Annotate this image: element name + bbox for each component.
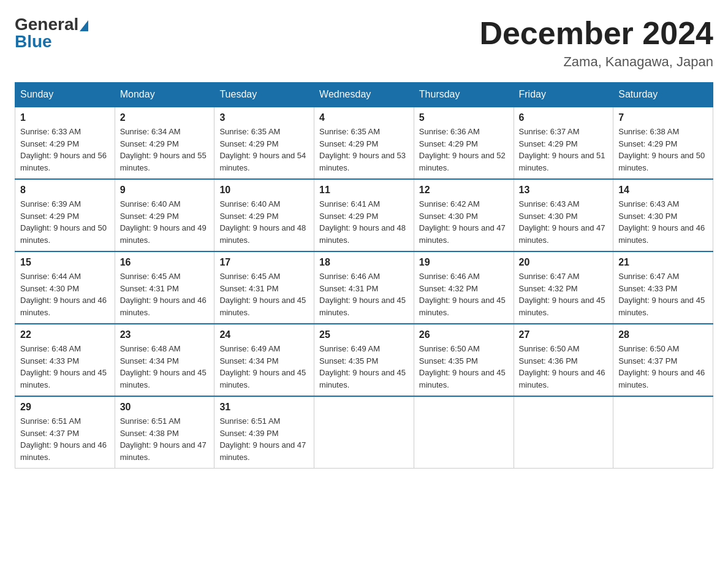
- calendar-cell: 21Sunrise: 6:47 AMSunset: 4:33 PMDayligh…: [613, 251, 713, 324]
- day-number: 6: [519, 112, 609, 123]
- day-info: Sunrise: 6:42 AMSunset: 4:30 PMDaylight:…: [419, 198, 509, 246]
- calendar-cell: 28Sunrise: 6:50 AMSunset: 4:37 PMDayligh…: [613, 324, 713, 396]
- calendar-cell: 18Sunrise: 6:46 AMSunset: 4:31 PMDayligh…: [314, 251, 414, 324]
- day-info: Sunrise: 6:36 AMSunset: 4:29 PMDaylight:…: [419, 126, 509, 174]
- day-number: 1: [20, 112, 110, 123]
- header-saturday: Saturday: [613, 83, 713, 107]
- day-info: Sunrise: 6:48 AMSunset: 4:33 PMDaylight:…: [20, 343, 110, 391]
- day-number: 21: [618, 257, 708, 268]
- title-block: December 2024 Zama, Kanagawa, Japan: [479, 15, 713, 70]
- calendar-cell: 15Sunrise: 6:44 AMSunset: 4:30 PMDayligh…: [15, 251, 115, 324]
- page-header: General Blue December 2024 Zama, Kanagaw…: [15, 15, 713, 70]
- calendar-cell: 14Sunrise: 6:43 AMSunset: 4:30 PMDayligh…: [613, 179, 713, 251]
- calendar-cell: [414, 396, 514, 469]
- calendar-cell: 17Sunrise: 6:45 AMSunset: 4:31 PMDayligh…: [214, 251, 314, 324]
- calendar-week-row: 29Sunrise: 6:51 AMSunset: 4:37 PMDayligh…: [15, 396, 713, 469]
- day-info: Sunrise: 6:50 AMSunset: 4:36 PMDaylight:…: [519, 343, 609, 391]
- day-info: Sunrise: 6:39 AMSunset: 4:29 PMDaylight:…: [20, 198, 110, 246]
- day-info: Sunrise: 6:43 AMSunset: 4:30 PMDaylight:…: [618, 198, 708, 246]
- day-info: Sunrise: 6:41 AMSunset: 4:29 PMDaylight:…: [319, 198, 409, 246]
- day-info: Sunrise: 6:51 AMSunset: 4:37 PMDaylight:…: [20, 415, 110, 463]
- day-info: Sunrise: 6:45 AMSunset: 4:31 PMDaylight:…: [219, 270, 309, 318]
- calendar-cell: 12Sunrise: 6:42 AMSunset: 4:30 PMDayligh…: [414, 179, 514, 251]
- day-number: 11: [319, 185, 409, 196]
- day-number: 30: [120, 402, 210, 413]
- day-number: 2: [120, 112, 210, 123]
- day-number: 3: [219, 112, 309, 123]
- day-info: Sunrise: 6:40 AMSunset: 4:29 PMDaylight:…: [120, 198, 210, 246]
- day-info: Sunrise: 6:49 AMSunset: 4:35 PMDaylight:…: [319, 343, 409, 391]
- day-info: Sunrise: 6:51 AMSunset: 4:39 PMDaylight:…: [219, 415, 309, 463]
- calendar-cell: 6Sunrise: 6:37 AMSunset: 4:29 PMDaylight…: [514, 107, 613, 179]
- header-monday: Monday: [115, 83, 214, 107]
- day-number: 8: [20, 185, 110, 196]
- day-number: 26: [419, 329, 509, 340]
- calendar-week-row: 8Sunrise: 6:39 AMSunset: 4:29 PMDaylight…: [15, 179, 713, 251]
- calendar-cell: 10Sunrise: 6:40 AMSunset: 4:29 PMDayligh…: [214, 179, 314, 251]
- calendar-cell: 23Sunrise: 6:48 AMSunset: 4:34 PMDayligh…: [115, 324, 214, 396]
- day-info: Sunrise: 6:43 AMSunset: 4:30 PMDaylight:…: [519, 198, 609, 246]
- day-number: 22: [20, 329, 110, 340]
- day-info: Sunrise: 6:47 AMSunset: 4:33 PMDaylight:…: [618, 270, 708, 318]
- calendar-header-row: SundayMondayTuesdayWednesdayThursdayFrid…: [15, 83, 713, 107]
- calendar-cell: 7Sunrise: 6:38 AMSunset: 4:29 PMDaylight…: [613, 107, 713, 179]
- calendar-cell: 20Sunrise: 6:47 AMSunset: 4:32 PMDayligh…: [514, 251, 613, 324]
- calendar-cell: [613, 396, 713, 469]
- day-number: 29: [20, 402, 110, 413]
- day-info: Sunrise: 6:35 AMSunset: 4:29 PMDaylight:…: [219, 126, 309, 174]
- calendar-cell: 27Sunrise: 6:50 AMSunset: 4:36 PMDayligh…: [514, 324, 613, 396]
- calendar-cell: 19Sunrise: 6:46 AMSunset: 4:32 PMDayligh…: [414, 251, 514, 324]
- month-title: December 2024: [479, 15, 713, 52]
- day-info: Sunrise: 6:49 AMSunset: 4:34 PMDaylight:…: [219, 343, 309, 391]
- header-sunday: Sunday: [15, 83, 115, 107]
- header-wednesday: Wednesday: [314, 83, 414, 107]
- calendar-cell: [314, 396, 414, 469]
- day-number: 19: [419, 257, 509, 268]
- day-number: 7: [618, 112, 708, 123]
- calendar-cell: 5Sunrise: 6:36 AMSunset: 4:29 PMDaylight…: [414, 107, 514, 179]
- day-info: Sunrise: 6:50 AMSunset: 4:37 PMDaylight:…: [618, 343, 708, 391]
- logo-blue-text: Blue: [15, 32, 52, 52]
- day-info: Sunrise: 6:33 AMSunset: 4:29 PMDaylight:…: [20, 126, 110, 174]
- calendar-cell: 4Sunrise: 6:35 AMSunset: 4:29 PMDaylight…: [314, 107, 414, 179]
- calendar-cell: 8Sunrise: 6:39 AMSunset: 4:29 PMDaylight…: [15, 179, 115, 251]
- day-number: 25: [319, 329, 409, 340]
- day-number: 16: [120, 257, 210, 268]
- calendar-cell: 1Sunrise: 6:33 AMSunset: 4:29 PMDaylight…: [15, 107, 115, 179]
- day-info: Sunrise: 6:46 AMSunset: 4:31 PMDaylight:…: [319, 270, 409, 318]
- day-info: Sunrise: 6:34 AMSunset: 4:29 PMDaylight:…: [120, 126, 210, 174]
- day-info: Sunrise: 6:44 AMSunset: 4:30 PMDaylight:…: [20, 270, 110, 318]
- day-info: Sunrise: 6:46 AMSunset: 4:32 PMDaylight:…: [419, 270, 509, 318]
- calendar-cell: 16Sunrise: 6:45 AMSunset: 4:31 PMDayligh…: [115, 251, 214, 324]
- day-number: 28: [618, 329, 708, 340]
- calendar-week-row: 1Sunrise: 6:33 AMSunset: 4:29 PMDaylight…: [15, 107, 713, 179]
- calendar-cell: 9Sunrise: 6:40 AMSunset: 4:29 PMDaylight…: [115, 179, 214, 251]
- day-info: Sunrise: 6:45 AMSunset: 4:31 PMDaylight:…: [120, 270, 210, 318]
- calendar-cell: 11Sunrise: 6:41 AMSunset: 4:29 PMDayligh…: [314, 179, 414, 251]
- calendar-cell: 13Sunrise: 6:43 AMSunset: 4:30 PMDayligh…: [514, 179, 613, 251]
- day-info: Sunrise: 6:35 AMSunset: 4:29 PMDaylight:…: [319, 126, 409, 174]
- header-friday: Friday: [514, 83, 613, 107]
- logo-triangle-icon: [80, 20, 88, 31]
- header-tuesday: Tuesday: [214, 83, 314, 107]
- day-info: Sunrise: 6:37 AMSunset: 4:29 PMDaylight:…: [519, 126, 609, 174]
- day-number: 14: [618, 185, 708, 196]
- day-number: 24: [219, 329, 309, 340]
- calendar-cell: 31Sunrise: 6:51 AMSunset: 4:39 PMDayligh…: [214, 396, 314, 469]
- day-number: 9: [120, 185, 210, 196]
- logo: General Blue: [15, 15, 89, 52]
- calendar-cell: 22Sunrise: 6:48 AMSunset: 4:33 PMDayligh…: [15, 324, 115, 396]
- calendar-cell: 29Sunrise: 6:51 AMSunset: 4:37 PMDayligh…: [15, 396, 115, 469]
- day-number: 18: [319, 257, 409, 268]
- calendar-cell: 30Sunrise: 6:51 AMSunset: 4:38 PMDayligh…: [115, 396, 214, 469]
- header-thursday: Thursday: [414, 83, 514, 107]
- day-number: 4: [319, 112, 409, 123]
- day-info: Sunrise: 6:40 AMSunset: 4:29 PMDaylight:…: [219, 198, 309, 246]
- day-number: 12: [419, 185, 509, 196]
- calendar-cell: 2Sunrise: 6:34 AMSunset: 4:29 PMDaylight…: [115, 107, 214, 179]
- day-info: Sunrise: 6:38 AMSunset: 4:29 PMDaylight:…: [618, 126, 708, 174]
- calendar-cell: 26Sunrise: 6:50 AMSunset: 4:35 PMDayligh…: [414, 324, 514, 396]
- day-number: 23: [120, 329, 210, 340]
- day-info: Sunrise: 6:48 AMSunset: 4:34 PMDaylight:…: [120, 343, 210, 391]
- calendar-cell: 25Sunrise: 6:49 AMSunset: 4:35 PMDayligh…: [314, 324, 414, 396]
